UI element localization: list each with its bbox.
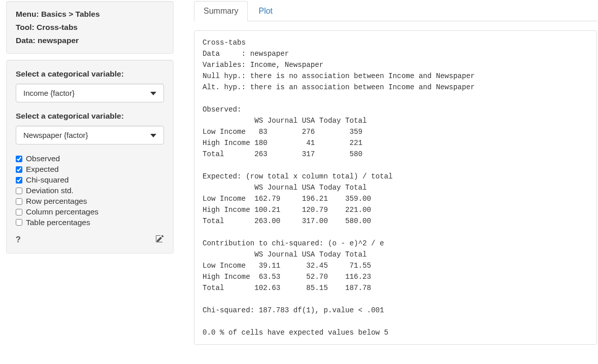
cbx-observed-input[interactable] bbox=[16, 156, 22, 162]
tabs: Summary Plot bbox=[194, 1, 597, 21]
cbx-chi[interactable]: Chi-squared bbox=[16, 175, 164, 186]
cbx-deviation-input[interactable] bbox=[16, 188, 22, 194]
var1-select-value: Income {factor} bbox=[23, 89, 75, 97]
cbx-expected-input[interactable] bbox=[16, 166, 22, 173]
output-text: Cross-tabs Data : newspaper Variables: I… bbox=[203, 37, 588, 338]
cbx-tblpct-input[interactable] bbox=[16, 219, 22, 226]
cbx-deviation-label: Deviation std. bbox=[26, 186, 74, 196]
cbx-rowpct-label: Row percentages bbox=[26, 196, 87, 207]
info-tool: Tool: Cross-tabs bbox=[16, 23, 164, 32]
cbx-rowpct[interactable]: Row percentages bbox=[16, 196, 164, 207]
var2-select[interactable]: Newspaper {factor} bbox=[16, 126, 164, 144]
cbx-rowpct-input[interactable] bbox=[16, 198, 22, 205]
cbx-expected-label: Expected bbox=[26, 164, 59, 175]
cbx-chi-label: Chi-squared bbox=[26, 175, 69, 186]
var1-label: Select a categorical variable: bbox=[16, 69, 164, 79]
edit-button[interactable] bbox=[156, 235, 164, 245]
cbx-observed-label: Observed bbox=[26, 154, 60, 164]
info-data: Data: newspaper bbox=[16, 36, 164, 45]
info-menu: Menu: Basics > Tables bbox=[16, 10, 164, 19]
cbx-tblpct-label: Table percentages bbox=[26, 217, 90, 228]
cbx-colpct[interactable]: Column percentages bbox=[16, 207, 164, 217]
tab-plot[interactable]: Plot bbox=[249, 1, 282, 21]
main: Summary Plot Cross-tabs Data : newspaper… bbox=[194, 1, 597, 345]
cbx-observed[interactable]: Observed bbox=[16, 154, 164, 164]
output-panel: Cross-tabs Data : newspaper Variables: I… bbox=[194, 30, 597, 345]
help-button[interactable]: ? bbox=[16, 235, 21, 244]
cbx-expected[interactable]: Expected bbox=[16, 164, 164, 175]
info-well: Menu: Basics > Tables Tool: Cross-tabs D… bbox=[6, 1, 174, 54]
cbx-colpct-input[interactable] bbox=[16, 209, 22, 215]
chevron-down-icon bbox=[150, 134, 156, 137]
cbx-chi-input[interactable] bbox=[16, 177, 22, 184]
sidebar: Menu: Basics > Tables Tool: Cross-tabs D… bbox=[6, 1, 174, 345]
var2-label: Select a categorical variable: bbox=[16, 112, 164, 121]
cbx-deviation[interactable]: Deviation std. bbox=[16, 186, 164, 196]
var1-select[interactable]: Income {factor} bbox=[16, 84, 164, 102]
edit-icon bbox=[156, 235, 164, 243]
chevron-down-icon bbox=[150, 92, 156, 95]
cbx-tblpct[interactable]: Table percentages bbox=[16, 217, 164, 228]
var2-select-value: Newspaper {factor} bbox=[23, 131, 88, 139]
tab-summary[interactable]: Summary bbox=[194, 1, 248, 21]
controls-well: Select a categorical variable: Income {f… bbox=[6, 60, 174, 253]
cbx-colpct-label: Column percentages bbox=[26, 207, 98, 217]
